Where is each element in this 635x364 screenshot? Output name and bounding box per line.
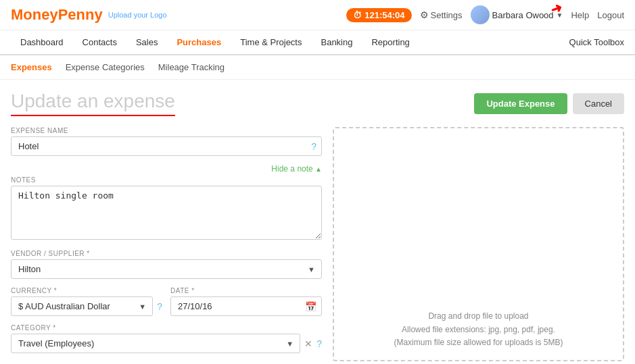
- page-title: Update an expense: [11, 90, 175, 116]
- category-label: CATEGORY *: [11, 324, 322, 332]
- logout-link[interactable]: Logout: [597, 10, 624, 20]
- category-row: Travel (Employees) ▼ ✕ ?: [11, 334, 322, 353]
- user-menu[interactable]: Barbara Owood ▼: [471, 5, 563, 24]
- help-link[interactable]: Help: [571, 10, 589, 20]
- logo-area: MoneyPenny Upload your Logo: [11, 6, 167, 24]
- sub-nav: Expenses Expense Categories Mileage Trac…: [0, 55, 635, 80]
- upload-line1: Drag and drop file to upload: [394, 310, 563, 323]
- main-nav: Dashboard Contacts Sales Purchases Time …: [0, 30, 635, 55]
- header-right: ⏱ 121:54:04 ⚙ Settings Barbara Owood ▼ H…: [346, 5, 624, 24]
- nav-contacts[interactable]: Contacts: [73, 30, 126, 54]
- vendor-field: VENDOR / SUPPLIER * Hilton ▼: [11, 250, 322, 279]
- logo-money: Money: [11, 6, 58, 23]
- vendor-select[interactable]: Hilton: [11, 259, 322, 279]
- date-label: DATE *: [170, 287, 322, 294]
- hide-note-row: Hide a note ▲: [11, 164, 322, 174]
- nav-reporting[interactable]: Reporting: [362, 30, 419, 54]
- notes-label: NOTES: [11, 176, 322, 184]
- sub-nav-expense-categories[interactable]: Expense Categories: [59, 59, 151, 75]
- timer-value: 121:54:04: [364, 10, 404, 20]
- clock-icon: ⏱: [353, 10, 362, 20]
- nav-left: Dashboard Contacts Sales Purchases Time …: [11, 30, 419, 54]
- currency-select[interactable]: $ AUD Australian Dollar: [11, 296, 153, 316]
- currency-date-row: CURRENCY * $ AUD Australian Dollar ▼ ? D…: [11, 287, 322, 324]
- nav-time-projects[interactable]: Time & Projects: [231, 30, 311, 54]
- category-clear-icon[interactable]: ✕: [304, 338, 312, 349]
- expense-name-label: EXPENSE NAME: [11, 127, 322, 134]
- nav-right: Quick Toolbox: [569, 30, 624, 54]
- sub-nav-mileage-tracking[interactable]: Mileage Tracking: [151, 59, 231, 75]
- quick-toolbox-link[interactable]: Quick Toolbox: [569, 30, 624, 54]
- upload-logo-link[interactable]: Upload your Logo: [108, 11, 167, 19]
- expense-name-input[interactable]: [11, 136, 322, 156]
- cancel-button[interactable]: Cancel: [573, 93, 624, 114]
- nav-purchases[interactable]: Purchases: [167, 30, 231, 54]
- upload-text: Drag and drop file to upload Allowed fil…: [394, 310, 563, 349]
- logo: MoneyPenny: [11, 6, 103, 24]
- nav-banking[interactable]: Banking: [311, 30, 362, 54]
- category-field: CATEGORY * Travel (Employees) ▼ ✕ ?: [11, 324, 322, 353]
- category-select[interactable]: Travel (Employees): [11, 334, 300, 353]
- avatar: [471, 5, 490, 24]
- page-header: Update an expense Update Expense Cancel: [11, 90, 624, 116]
- currency-field: CURRENCY * $ AUD Australian Dollar ▼ ?: [11, 287, 162, 316]
- date-input-wrapper: 📅: [170, 296, 322, 316]
- settings-label: Settings: [431, 10, 463, 20]
- upload-line2: Allowed file extensions: jpg, png, pdf, …: [394, 323, 563, 336]
- header-buttons: Update Expense Cancel: [474, 93, 624, 114]
- date-input[interactable]: [170, 296, 322, 316]
- expense-name-field: EXPENSE NAME ?: [11, 127, 322, 156]
- timer-badge: ⏱ 121:54:04: [346, 8, 411, 22]
- avatar-image: [471, 5, 490, 24]
- category-help-icon[interactable]: ?: [316, 338, 322, 349]
- expense-name-input-wrapper: ?: [11, 136, 322, 156]
- logo-penny: Penny: [58, 6, 103, 23]
- currency-help-icon[interactable]: ?: [157, 301, 162, 312]
- update-expense-button[interactable]: Update Expense: [474, 93, 567, 114]
- header-top: MoneyPenny Upload your Logo ⏱ 121:54:04 …: [0, 0, 635, 30]
- calendar-icon[interactable]: 📅: [305, 301, 316, 312]
- notes-field: NOTES Hilton single room: [11, 176, 322, 242]
- currency-select-wrapper: $ AUD Australian Dollar ▼: [11, 296, 153, 316]
- settings-link[interactable]: ⚙ Settings: [420, 9, 463, 20]
- vendor-label: VENDOR / SUPPLIER *: [11, 250, 322, 257]
- form-area: EXPENSE NAME ? Hide a note ▲ NOTES Hilto…: [11, 127, 322, 361]
- gear-icon: ⚙: [420, 9, 429, 20]
- currency-wrapper: $ AUD Australian Dollar ▼ ?: [11, 296, 162, 316]
- notes-input[interactable]: Hilton single room: [11, 186, 322, 240]
- nav-dashboard[interactable]: Dashboard: [11, 30, 73, 54]
- page-content: Update an expense Update Expense Cancel …: [0, 80, 635, 364]
- sub-nav-expenses[interactable]: Expenses: [11, 59, 59, 75]
- currency-label: CURRENCY *: [11, 287, 162, 294]
- nav-sales[interactable]: Sales: [126, 30, 168, 54]
- hide-note-link[interactable]: Hide a note: [271, 164, 312, 174]
- expense-name-help-icon[interactable]: ?: [311, 141, 316, 152]
- form-upload-row: EXPENSE NAME ? Hide a note ▲ NOTES Hilto…: [11, 127, 624, 361]
- user-name: Barbara Owood: [492, 10, 554, 20]
- file-upload-area[interactable]: Drag and drop file to upload Allowed fil…: [333, 127, 624, 361]
- date-field: DATE * 📅: [170, 287, 322, 316]
- upload-line3: (Maximum file size allowed for uploads i…: [394, 336, 563, 349]
- chevron-up-icon: ▲: [315, 165, 322, 173]
- category-select-wrapper: Travel (Employees) ▼: [11, 334, 300, 353]
- vendor-select-wrapper: Hilton ▼: [11, 259, 322, 279]
